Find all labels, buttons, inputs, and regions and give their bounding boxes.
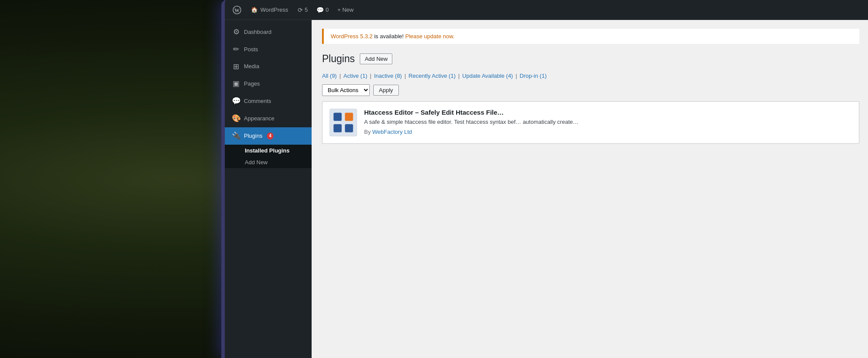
svg-rect-5 [345, 124, 353, 133]
main-layout: ⚙ Dashboard ✏ Posts ⊞ Media ▣ Pages 💬 Co… [225, 20, 868, 358]
sidebar-label-plugins: Plugins [244, 132, 263, 140]
wp-logo-button[interactable]: W [230, 3, 244, 17]
comments-icon: 💬 [316, 7, 324, 13]
tablet-frame: W 🏠 WordPress ⟳ 5 💬 0 + New ⚙ Dashboard [221, 0, 868, 358]
bulk-actions-select[interactable]: Bulk Actions Activate Deactivate Delete [322, 84, 370, 96]
appearance-icon: 🎨 [232, 113, 240, 124]
plugin-name: Htaccess Editor – Safely Edit Htaccess F… [364, 109, 852, 116]
svg-rect-3 [334, 113, 342, 121]
sep5: | [516, 73, 517, 79]
comments-button[interactable]: 💬 0 [314, 7, 331, 13]
svg-rect-6 [345, 113, 353, 121]
update-notice: WordPress 5.3.2 is available! Please upd… [322, 29, 859, 44]
comments-count: 0 [326, 7, 329, 13]
sidebar-item-posts[interactable]: ✏ Posts [225, 41, 312, 58]
plugins-submenu: Installed Plugins Add New [225, 145, 312, 168]
update-version-link[interactable]: WordPress 5.3.2 [331, 33, 373, 40]
new-content-button[interactable]: + New [335, 7, 356, 13]
plugin-icon [329, 109, 357, 136]
sidebar-label-comments: Comments [244, 97, 271, 105]
apply-button[interactable]: Apply [373, 85, 399, 96]
sidebar-sub-add-new[interactable]: Add New [225, 156, 312, 168]
admin-bar: W 🏠 WordPress ⟳ 5 💬 0 + New [225, 0, 868, 20]
posts-icon: ✏ [232, 44, 240, 55]
sidebar-item-plugins[interactable]: 🔌 Plugins 4 [225, 127, 312, 145]
updates-count: 5 [305, 7, 308, 13]
plugins-badge: 4 [267, 133, 274, 139]
sidebar-sub-installed-plugins[interactable]: Installed Plugins [225, 145, 312, 156]
filter-update-available[interactable]: Update Available (4) [462, 73, 513, 79]
sidebar-item-pages[interactable]: ▣ Pages [225, 75, 312, 93]
sidebar: ⚙ Dashboard ✏ Posts ⊞ Media ▣ Pages 💬 Co… [225, 20, 312, 358]
plugins-icon: 🔌 [232, 131, 240, 141]
plugin-by: By WebFactory Ltd [364, 129, 852, 135]
site-name-label: WordPress [260, 7, 288, 13]
plugin-info: Htaccess Editor – Safely Edit Htaccess F… [364, 109, 852, 136]
sidebar-label-appearance: Appearance [244, 115, 274, 123]
sidebar-item-media[interactable]: ⊞ Media [225, 58, 312, 76]
filter-drop-in[interactable]: Drop-in (1) [519, 73, 546, 79]
sidebar-item-dashboard[interactable]: ⚙ Dashboard [225, 23, 312, 41]
filter-inactive[interactable]: Inactive (8) [374, 73, 402, 79]
filter-recently-active[interactable]: Recently Active (1) [408, 73, 455, 79]
sep2: | [370, 73, 371, 79]
sidebar-label-media: Media [244, 63, 259, 70]
new-label: + New [338, 7, 354, 13]
sidebar-item-appearance[interactable]: 🎨 Appearance [225, 110, 312, 127]
house-icon: 🏠 [251, 7, 258, 13]
plugin-description: A safe & simple htaccess file editor. Te… [364, 118, 852, 126]
sidebar-label-pages: Pages [244, 80, 260, 88]
content-area: WordPress 5.3.2 is available! Please upd… [312, 20, 868, 358]
comments-nav-icon: 💬 [232, 96, 240, 106]
pages-icon: ▣ [232, 79, 240, 89]
update-now-link[interactable]: Please update now. [405, 33, 454, 40]
svg-text:W: W [234, 7, 240, 13]
media-icon: ⊞ [232, 62, 240, 72]
filter-bar: All (9) | Active (1) | Inactive (8) | Re… [322, 73, 859, 79]
page-title-row: Plugins Add New [322, 53, 859, 66]
sidebar-item-comments[interactable]: 💬 Comments [225, 93, 312, 110]
plugin-icon-svg [330, 109, 356, 136]
site-name-button[interactable]: 🏠 WordPress [247, 7, 292, 13]
plugin-author-link[interactable]: WebFactory Ltd [372, 129, 412, 135]
sep1: | [339, 73, 341, 79]
updates-icon: ⟳ [298, 7, 303, 13]
add-new-button[interactable]: Add New [360, 53, 392, 64]
filter-all[interactable]: All (9) [322, 73, 337, 79]
sidebar-label-dashboard: Dashboard [244, 28, 272, 36]
notice-message: is available! [373, 33, 405, 40]
updates-button[interactable]: ⟳ 5 [295, 7, 310, 13]
sep3: | [404, 73, 406, 79]
by-label: By [364, 129, 371, 135]
filter-active[interactable]: Active (1) [343, 73, 367, 79]
sep4: | [458, 73, 460, 79]
bulk-actions-row: Bulk Actions Activate Deactivate Delete … [322, 84, 859, 96]
svg-rect-4 [334, 124, 342, 133]
sidebar-label-posts: Posts [244, 46, 258, 53]
dashboard-icon: ⚙ [232, 27, 240, 37]
page-title: Plugins [322, 53, 355, 66]
plugin-row: Htaccess Editor – Safely Edit Htaccess F… [322, 101, 859, 144]
